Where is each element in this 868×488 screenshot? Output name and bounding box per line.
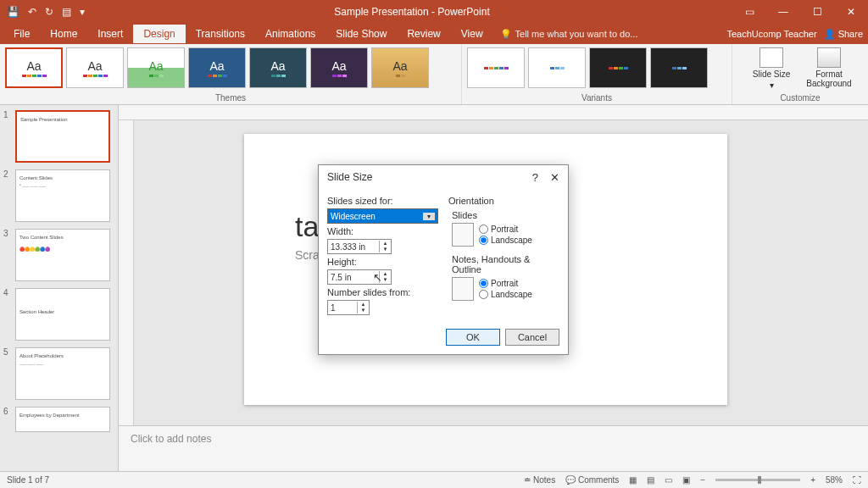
page-icon (452, 223, 474, 247)
width-label: Width: (327, 226, 438, 236)
maximize-icon[interactable]: ☐ (800, 0, 834, 24)
comments-toggle[interactable]: 💬 Comments (565, 475, 619, 485)
zoom-in-icon[interactable]: + (810, 475, 815, 485)
view-sorter-icon[interactable]: ▤ (647, 475, 654, 485)
tell-me[interactable]: 💡 Tell me what you want to do... (500, 29, 638, 40)
theme-thumb[interactable]: Aa (66, 47, 124, 88)
variants-gallery[interactable] (467, 47, 726, 92)
sized-for-select[interactable]: Widescreen▾ (327, 208, 438, 224)
theme-thumb[interactable]: Aa (249, 47, 307, 88)
format-background-button[interactable]: Format Background (804, 47, 854, 88)
minimize-icon[interactable]: — (766, 0, 800, 24)
notes-landscape-radio[interactable]: Landscape (479, 290, 532, 299)
ribbon-options-icon[interactable]: ▭ (732, 0, 766, 24)
close-icon[interactable]: ✕ (834, 0, 868, 24)
number-from-label: Number slides from: (327, 287, 438, 297)
redo-icon[interactable]: ↻ (45, 6, 53, 18)
tab-home[interactable]: Home (40, 25, 87, 43)
slides-landscape-radio[interactable]: Landscape (479, 236, 532, 245)
themes-gallery[interactable]: Aa Aa Aa Aa Aa Aa Aa (5, 47, 456, 92)
variant-thumb[interactable] (650, 47, 708, 88)
ok-button[interactable]: OK (446, 329, 500, 346)
sized-for-label: Slides sized for: (327, 196, 438, 206)
width-input[interactable]: 13.333 in▲▼ (327, 239, 392, 254)
variant-thumb[interactable] (467, 47, 525, 88)
quick-access-toolbar: 💾 ↶ ↻ ▤ ▾ (0, 6, 92, 18)
qat-more-icon[interactable]: ▾ (80, 6, 85, 18)
theme-thumb[interactable]: Aa (310, 47, 368, 88)
notes-pane[interactable]: Click to add notes (119, 425, 868, 471)
slide-size-button[interactable]: Slide Size ▾ (746, 47, 797, 90)
share-button[interactable]: 👤 Share (824, 29, 863, 40)
slides-orient-label: Slides (452, 210, 559, 220)
theme-thumb[interactable]: Aa (5, 47, 63, 88)
vertical-ruler (119, 120, 134, 425)
horizontal-ruler (119, 105, 868, 120)
slide-thumb[interactable]: Employees by Department (15, 407, 110, 432)
view-slideshow-icon[interactable]: ▣ (682, 475, 690, 485)
dialog-close-icon[interactable]: ✕ (550, 171, 559, 184)
number-from-input[interactable]: 1▲▼ (327, 300, 370, 315)
view-normal-icon[interactable]: ▦ (629, 475, 637, 485)
start-from-beginning-icon[interactable]: ▤ (62, 6, 71, 18)
slide-counter: Slide 1 of 7 (7, 475, 49, 485)
tab-review[interactable]: Review (397, 25, 450, 43)
tab-file[interactable]: File (3, 25, 40, 43)
ribbon-tabs: File Home Insert Design Transitions Anim… (0, 24, 868, 44)
zoom-out-icon[interactable]: − (700, 475, 705, 485)
zoom-slider[interactable] (715, 479, 800, 481)
tab-animations[interactable]: Animations (255, 25, 326, 43)
notes-orient-label: Notes, Handouts & Outline (452, 254, 559, 274)
slide-thumbnail-panel[interactable]: 1Sample Presentation 2Content Slides• __… (0, 105, 119, 471)
page-icon (452, 277, 474, 301)
slide-thumb[interactable]: Two Content Slides🔴🟠🟡🟢🔵🟣 (15, 229, 110, 281)
tab-view[interactable]: View (451, 25, 493, 43)
dialog-title: Slide Size (327, 171, 372, 183)
theme-thumb[interactable]: Aa (371, 47, 429, 88)
theme-thumb[interactable]: Aa (188, 47, 246, 88)
slide-thumb[interactable]: Section Header (15, 288, 110, 341)
ribbon: Aa Aa Aa Aa Aa Aa Aa Themes Variants Sli… (0, 44, 868, 105)
chevron-down-icon[interactable]: ▾ (423, 213, 435, 220)
variant-thumb[interactable] (589, 47, 647, 88)
slide-size-dialog: Slide Size ? ✕ Slides sized for: Widescr… (318, 164, 569, 355)
view-reading-icon[interactable]: ▭ (665, 475, 672, 485)
tab-slideshow[interactable]: Slide Show (326, 25, 397, 43)
slide-thumb[interactable]: Sample Presentation (15, 110, 110, 163)
notes-toggle[interactable]: ≐ Notes (524, 475, 555, 485)
cancel-button[interactable]: Cancel (505, 329, 559, 346)
zoom-level[interactable]: 58% (826, 475, 843, 485)
undo-icon[interactable]: ↶ (28, 6, 36, 18)
notes-portrait-radio[interactable]: Portrait (479, 279, 532, 288)
tab-transitions[interactable]: Transitions (186, 25, 255, 43)
tab-insert[interactable]: Insert (87, 25, 133, 43)
variant-thumb[interactable] (528, 47, 586, 88)
orientation-label: Orientation (448, 196, 559, 206)
height-input[interactable]: 7.5 in▲▼ (327, 269, 392, 285)
variants-group-label: Variants (467, 92, 726, 103)
theme-thumb[interactable]: Aa (127, 47, 185, 88)
slide-thumb[interactable]: Content Slides• ___ ___ ___ (15, 169, 110, 222)
user-name[interactable]: TeachUcomp Teacher (726, 29, 816, 39)
dialog-help-icon[interactable]: ? (532, 171, 538, 184)
height-label: Height: (327, 257, 438, 267)
themes-group-label: Themes (5, 92, 456, 103)
slides-portrait-radio[interactable]: Portrait (479, 225, 532, 234)
window-title: Sample Presentation - PowerPoint (92, 6, 732, 18)
tab-design[interactable]: Design (133, 25, 185, 43)
customize-group-label: Customize (737, 92, 863, 103)
save-icon[interactable]: 💾 (7, 6, 19, 18)
titlebar: 💾 ↶ ↻ ▤ ▾ Sample Presentation - PowerPoi… (0, 0, 868, 24)
status-bar: Slide 1 of 7 ≐ Notes 💬 Comments ▦ ▤ ▭ ▣ … (0, 471, 868, 488)
fit-to-window-icon[interactable]: ⛶ (853, 475, 861, 485)
slide-thumb[interactable]: About Placeholders___ ___ ___ (15, 347, 110, 400)
